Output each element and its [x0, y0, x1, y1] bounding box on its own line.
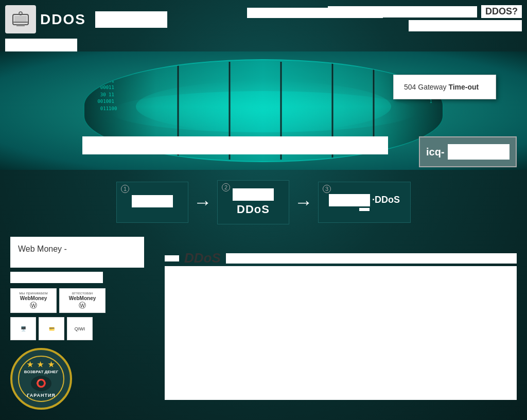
steps-area: 1 → 2 DDoS → 3 ·DDoS [0, 180, 527, 224]
error-line1: 504 Gateway [404, 83, 447, 91]
content-title-bar: DDoS [165, 250, 517, 266]
payment-icons: 🖥️ 💳 QIWI [10, 317, 154, 340]
icq-label: icq- [426, 146, 445, 158]
ddos-title: DDOS [40, 11, 86, 28]
pay-icon-2: 💳 [39, 317, 64, 340]
step-2-number: 2 [222, 183, 230, 191]
icq-number-field[interactable] [448, 144, 510, 160]
error-box: 504 Gateway Time-out [393, 75, 496, 99]
binary-text: 001001 001001 00011 30 11 001001 011100 [95, 71, 117, 112]
step-3-box: 3 ·DDoS [318, 182, 411, 223]
badge2-brand: WebMoney [63, 295, 102, 301]
step-1-number: 1 [121, 185, 129, 193]
content-ddos-label: DDoS [184, 250, 221, 266]
step-3-extra [359, 208, 370, 211]
qiwi-icon: QIWI [67, 317, 93, 340]
step-2-label: DDoS [237, 203, 270, 216]
content-subtitle-line [226, 253, 517, 264]
logo-icon [5, 5, 36, 33]
nav-links [5, 39, 77, 52]
ddos-question-label: DDOS? [481, 5, 522, 18]
description-box [82, 136, 388, 154]
icq-area: icq- [419, 136, 517, 167]
pay-icon-1: 🖥️ [10, 317, 36, 340]
guarantee-inner: ★ ★ ★ ВОЗВРАТ ДЕНЕГ ⭕ ГАРАНТИЯ [18, 356, 64, 402]
arrow-1: → [194, 191, 212, 213]
guarantee-line1: ВОЗВРАТ ДЕНЕГ [24, 370, 58, 374]
badge1-brand: WebMoney [14, 295, 53, 301]
step-3-label: ·DDoS [372, 195, 400, 205]
top-link-bar[interactable] [328, 6, 477, 18]
badge2-top: аттестован [63, 291, 102, 295]
site-name-input[interactable] [95, 11, 167, 28]
content-area: DDoS [165, 250, 517, 410]
top-right-area: DDOS? [328, 5, 522, 31]
guarantee-badge: ★ ★ ★ ВОЗВРАТ ДЕНЕГ ⭕ ГАРАНТИЯ [10, 348, 72, 410]
pay-icon-1-symbol: 🖥️ [21, 326, 26, 331]
promo-main-text: Web Money - [18, 244, 67, 253]
nav-links-box[interactable] [5, 39, 77, 52]
pay-icon-2-symbol: 💳 [49, 326, 55, 331]
webmoney-badge-2: аттестован WebMoney Ⓦ [59, 288, 106, 313]
guarantee-line2: ГАРАНТИЯ [27, 393, 56, 398]
webmoney-badge-1: мы принимаем WebMoney Ⓦ [10, 288, 57, 313]
step-2-sublabel [233, 188, 274, 201]
promo-sub-box [10, 272, 103, 283]
badge1-top: мы принимаем [14, 291, 53, 295]
guarantee-stars: ★ ★ ★ [27, 360, 56, 369]
error-line2: Time-out [448, 83, 479, 91]
qiwi-label: QIWI [75, 326, 85, 331]
guarantee-emblem: ⭕ [31, 376, 51, 391]
step-3-number: 3 [323, 185, 331, 193]
top-nav-bar[interactable] [409, 20, 522, 31]
content-body [165, 266, 517, 400]
step-2-box: 2 DDoS [217, 180, 289, 224]
promo-box: Web Money - [10, 237, 144, 268]
payment-badges: мы принимаем WebMoney Ⓦ аттестован WebMo… [10, 288, 154, 313]
logo-area: DDOS [5, 5, 167, 33]
svg-rect-3 [16, 25, 25, 26]
step-3-sublabel [329, 194, 370, 206]
step-1-label [132, 195, 173, 207]
bottom-left-panel: Web Money - мы принимаем WebMoney Ⓦ атте… [10, 237, 154, 410]
step-1-box: 1 [116, 182, 188, 223]
content-title-label [165, 255, 179, 261]
arrow-2: → [294, 191, 313, 213]
